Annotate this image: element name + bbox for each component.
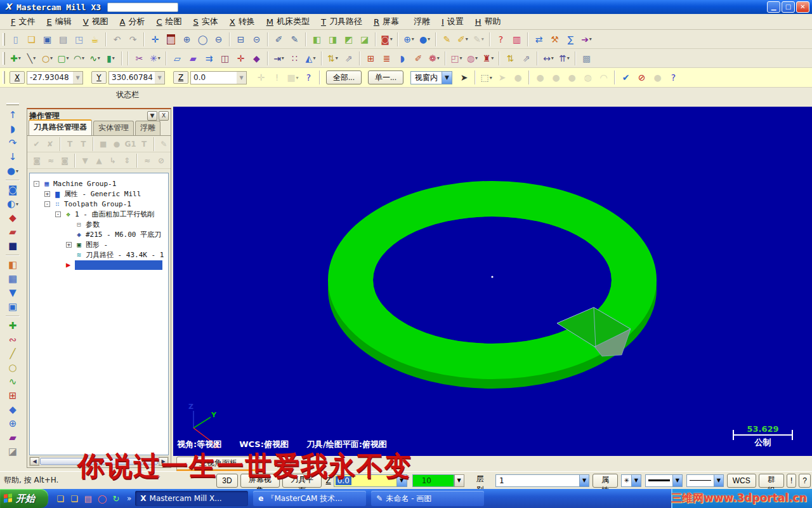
chevron-down-icon[interactable]: ▼ [579,475,589,486]
grid-window-icon[interactable]: ⊞ [363,51,378,65]
select-mask-icon[interactable]: ⊘ [155,154,167,167]
groups-button[interactable]: 群组 [759,474,784,488]
autocursor-icon[interactable]: ✛ [254,70,268,85]
new-file-icon[interactable]: ▯ [8,32,23,46]
purple-square-icon[interactable]: ▰ [5,431,20,444]
z-coord-button[interactable]: Z [173,71,188,84]
tree-toolpath-file[interactable]: ≋ 刀具路径 - 43.4K - 1 [30,250,168,260]
ql-folder2-icon[interactable]: ❏ [68,492,81,505]
menu-help[interactable]: H帮助 [469,15,507,29]
print-icon[interactable]: ▤ [56,32,70,46]
lock-ops-icon[interactable]: ◙ [58,154,71,167]
spray-icon[interactable]: ✐ [411,51,426,65]
tree-expander[interactable]: + [44,191,50,197]
hide-entity-icon[interactable]: ⇅ [325,51,340,65]
swap-arrows-icon[interactable]: ⇄ [532,32,546,46]
y-coord-combo[interactable]: 330.60784 ▼ [108,71,165,84]
solid-shell-icon[interactable]: ◙ [5,183,20,197]
exclaim-icon[interactable]: ! [270,70,284,85]
select-sphere-icon[interactable]: ◍ [580,70,595,85]
view-front-icon[interactable]: ◨ [325,32,340,46]
select-solid1-icon[interactable]: ● [511,70,525,85]
x-coord-combo[interactable]: -27.93048 ▼ [27,71,83,84]
tree-geometry[interactable]: + ▣ 图形 - [30,239,168,250]
zoom-out-icon[interactable]: ⊖ [211,32,226,46]
tree-selected-row[interactable]: ▶ [30,260,168,270]
chevron-down-icon[interactable]: ▼ [672,475,682,486]
chevron-down-icon[interactable]: ▼ [442,72,452,84]
gview-globe-icon[interactable]: ⊕ [402,32,416,46]
menu-settings[interactable]: I设置 [436,15,469,29]
create-fillet-icon[interactable]: ◠ [72,51,86,65]
tree-machine-group[interactable]: - ▦ Machine Group-1 [30,178,168,189]
chevron-more-icon[interactable]: » [127,494,131,503]
select-solid3-icon[interactable]: ● [549,70,563,85]
line-width-combo[interactable]: ▼ [686,474,724,487]
chevron-down-icon[interactable]: ▼ [73,72,82,84]
scroll-icon[interactable]: ⇕ [121,154,133,167]
zoom-in-window-icon[interactable]: ⊕ [180,32,194,46]
menu-edit[interactable]: E编辑 [41,15,77,29]
tree-toolpath-group[interactable]: - ∷ Toolpath Group-1 [30,199,168,209]
solid-chamfer-icon[interactable]: ◆ [5,211,20,225]
open-file-icon[interactable]: ❏ [24,32,39,46]
view-iso-icon[interactable]: ◧ [310,32,324,46]
solid-revolve-icon[interactable]: ↷ [5,136,20,150]
grid-list-icon[interactable]: ≣ [379,51,394,65]
solid-sweep-icon[interactable]: ◗ [5,122,20,136]
menu-xform[interactable]: X转换 [224,15,261,29]
join-icon[interactable]: ✳ [148,51,162,65]
redo-icon[interactable]: ↷ [126,32,140,46]
color-selector[interactable]: 10 ▼ [412,474,464,487]
view-side-icon[interactable]: ◩ [341,32,356,46]
select-last-icon[interactable]: ➤ [495,70,509,85]
line-style-combo[interactable]: ▼ [645,474,683,487]
ql-update-icon[interactable]: ↻ [110,492,122,505]
x-coord-button[interactable]: X [10,71,25,84]
feed-icon[interactable]: ✎ [158,138,170,150]
title-input[interactable] [107,3,178,12]
g1-icon[interactable]: G1 [124,138,137,150]
solid-draft-icon[interactable]: ▼ [5,286,20,300]
dash-arrow-icon[interactable]: ⇗ [519,51,534,65]
chevron-down-icon[interactable]: ▼ [237,72,246,84]
utility-hammer-icon[interactable]: ⚒ [547,32,562,46]
select-ghost-icon[interactable]: ● [650,70,665,85]
analyze-position-icon[interactable]: ✎ [287,32,302,46]
create-rect-icon[interactable]: ▢ [56,51,70,65]
help-button[interactable]: ? [799,474,811,488]
solid-grid-icon[interactable]: ▦ [5,272,20,286]
ql-media-icon[interactable]: ▤ [82,492,95,505]
globe-icon[interactable]: ⊕ [5,417,20,431]
menu-toolpaths[interactable]: T刀具路径 [315,15,368,29]
surface-box-icon[interactable]: ◰ [449,51,464,65]
select-single-button[interactable]: 单一... [368,70,403,84]
move-up-icon[interactable]: ▲ [93,154,105,167]
panel-close-button[interactable]: X [159,111,169,121]
menu-art[interactable]: 浮雕 [405,15,436,29]
tree-operation[interactable]: - ❖ 1 - 曲面粗加工平行铣削 [30,209,168,219]
toolbar-grip[interactable] [3,52,5,65]
exclaim-button[interactable]: ! [787,474,796,488]
circle-tool-icon[interactable]: ○ [5,361,20,375]
trim-icon[interactable]: ✂ [132,51,147,65]
blue-wedge-icon[interactable]: ◆ [5,403,20,417]
tree-expander[interactable]: - [55,211,61,217]
sigma-icon[interactable]: ∑ [563,32,578,46]
select-arch-icon[interactable]: ◠ [596,70,611,85]
analyze-entity-icon[interactable]: ✐ [272,32,286,46]
tree-tool[interactable]: ◈ #215 - M6.00 平底刀 [30,229,168,239]
select-help-icon[interactable]: ? [666,70,681,85]
scroll-left-button[interactable]: ◀ [30,457,39,465]
task-browser[interactable]: e『MasterCAM 技术... [253,491,366,506]
double-up-icon[interactable]: ⇈ [557,51,572,65]
tower-icon[interactable]: ♜ [481,51,495,65]
insert-arrow-icon[interactable]: ↳ [107,154,119,167]
shading-icon[interactable]: ◙ [379,32,394,46]
line-points-icon[interactable]: ╱ [5,347,20,361]
create-plus-icon[interactable]: ✚ [5,319,20,333]
undo-icon[interactable]: ↶ [110,32,124,46]
layer-label-button[interactable]: 层别 [468,474,492,488]
fit-entity-icon[interactable]: ⇥ [272,51,286,65]
half-square-icon[interactable]: ◪ [5,444,20,458]
